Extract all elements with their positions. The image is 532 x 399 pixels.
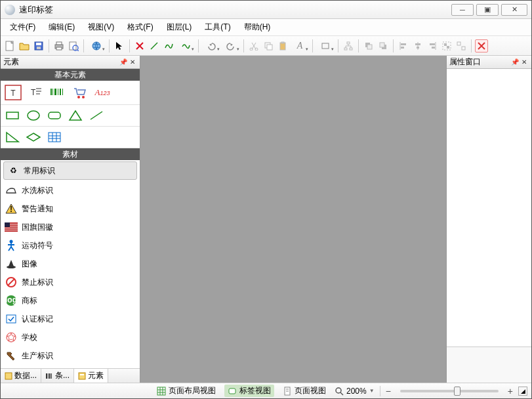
tab-elements[interactable]: 元素	[74, 369, 108, 383]
svg-rect-80	[48, 373, 49, 379]
roundrect-shape[interactable]	[45, 108, 64, 123]
menu-layer[interactable]: 图层(L)	[160, 20, 199, 35]
globe-button[interactable]	[87, 39, 106, 52]
cart-tool[interactable]	[70, 83, 90, 102]
table-shape[interactable]	[45, 129, 64, 145]
layout-view-button[interactable]: 页面布局视图	[153, 385, 219, 397]
text-box-tool[interactable]: T	[3, 83, 23, 102]
materials-list: ♻常用标识 水洗标识 !警告通知 国旗国徽 运动符号 图像 禁止标识 log商标…	[1, 160, 140, 368]
maximize-button[interactable]: ▣	[476, 4, 499, 16]
align-right-button[interactable]	[426, 39, 439, 52]
zoom-dropdown-icon[interactable]: ▼	[369, 388, 375, 394]
menu-view[interactable]: 视图(V)	[81, 20, 121, 35]
shapes-grid-1	[1, 105, 140, 127]
send-back-button[interactable]	[377, 39, 390, 52]
zoom-value[interactable]: 200%	[346, 387, 367, 396]
witch-hat-icon	[5, 257, 18, 270]
redo-button[interactable]	[222, 39, 240, 52]
svg-rect-69	[5, 222, 10, 227]
svg-rect-79	[46, 373, 47, 379]
material-item-wash[interactable]: 水洗标识	[1, 181, 140, 200]
svg-rect-49	[58, 89, 58, 95]
svg-rect-81	[49, 373, 51, 379]
align-left-button[interactable]	[397, 39, 410, 52]
close-button[interactable]: ✕	[501, 4, 527, 16]
svg-rect-15	[267, 45, 272, 50]
paste-button[interactable]	[276, 39, 289, 52]
bring-front-button[interactable]	[362, 39, 375, 52]
menu-edit[interactable]: 编辑(E)	[42, 20, 81, 35]
slider-thumb[interactable]	[454, 387, 460, 396]
preview-button[interactable]	[67, 39, 80, 52]
line-tool-button[interactable]	[148, 39, 161, 52]
freehand-tool-button[interactable]	[176, 39, 195, 52]
tab-bar[interactable]: 条...	[41, 369, 74, 383]
panel-close-icon[interactable]: ✕	[520, 58, 529, 67]
ungroup-button[interactable]	[455, 39, 468, 52]
material-item-flag[interactable]: 国旗国徽	[1, 218, 140, 236]
svg-rect-90	[229, 388, 235, 394]
shapes-grid-2	[1, 127, 140, 148]
text-line-tool[interactable]: T	[26, 83, 45, 102]
save-button[interactable]	[32, 39, 45, 52]
panel-close-icon[interactable]: ✕	[128, 58, 137, 67]
align-center-button[interactable]	[411, 39, 424, 52]
pin-icon[interactable]: 📌	[510, 58, 520, 67]
properties-panel-body	[447, 69, 531, 346]
material-item-common[interactable]: ♻常用标识	[3, 161, 137, 180]
canvas-area[interactable]	[140, 56, 446, 383]
material-item-warn[interactable]: !警告通知	[1, 200, 140, 218]
copy-button[interactable]	[262, 39, 275, 52]
barcode-tool[interactable]	[48, 83, 68, 102]
svg-rect-82	[51, 373, 52, 379]
menu-format[interactable]: 格式(F)	[121, 20, 159, 35]
material-item-brand[interactable]: log商标	[1, 291, 140, 310]
material-item-school[interactable]: 学校	[1, 328, 140, 346]
menu-help[interactable]: 帮助(H)	[237, 20, 277, 35]
material-item-forbid[interactable]: 禁止标识	[1, 273, 140, 291]
svg-text:log: log	[5, 295, 17, 304]
svg-rect-68	[5, 230, 18, 230]
zoom-out-button[interactable]: −	[386, 386, 391, 396]
exit-button[interactable]	[475, 39, 488, 52]
menu-file[interactable]: 文件(F)	[3, 20, 42, 35]
material-item-image[interactable]: 图像	[1, 255, 140, 273]
pointer-button[interactable]	[113, 39, 126, 52]
statusbar-expand-button[interactable]: ◢	[518, 387, 527, 396]
zoom-slider[interactable]	[400, 390, 499, 392]
rect-tool-button[interactable]	[316, 39, 335, 52]
menu-tool[interactable]: 工具(T)	[198, 20, 237, 35]
ellipse-shape[interactable]	[24, 108, 43, 123]
properties-panel: 属性窗口 📌 ✕	[446, 56, 531, 383]
new-button[interactable]	[3, 39, 16, 52]
material-item-sport[interactable]: 运动符号	[1, 236, 140, 255]
open-button[interactable]	[18, 39, 31, 52]
svg-rect-21	[350, 48, 352, 50]
right-triangle-shape[interactable]	[3, 129, 22, 145]
pin-icon[interactable]: 📌	[119, 58, 128, 67]
material-item-prod[interactable]: 生产标识	[1, 346, 140, 365]
svg-rect-38	[457, 42, 460, 45]
group-button[interactable]	[440, 39, 453, 52]
triangle-shape[interactable]	[66, 108, 85, 123]
minimize-button[interactable]: ─	[451, 4, 474, 16]
menubar: 文件(F) 编辑(E) 视图(V) 格式(F) 图层(L) 工具(T) 帮助(H…	[1, 19, 531, 36]
line-shape[interactable]	[87, 108, 106, 123]
svg-line-73	[8, 279, 14, 285]
undo-button[interactable]	[202, 39, 220, 52]
tab-data[interactable]: 数据...	[1, 369, 41, 383]
rect-shape[interactable]	[3, 108, 22, 123]
print-button[interactable]	[52, 39, 66, 52]
zoom-in-button[interactable]: +	[508, 386, 513, 396]
curve-tool-button[interactable]	[162, 39, 175, 52]
diamond-shape[interactable]	[24, 129, 43, 145]
delete-button[interactable]	[133, 39, 146, 52]
label-view-button[interactable]: 标签视图	[224, 385, 274, 397]
material-item-cert[interactable]: 认证标记	[1, 310, 140, 328]
page-view-button[interactable]: 页面视图	[279, 385, 329, 397]
label-text-tool[interactable]: A123	[92, 83, 112, 102]
font-button[interactable]: A	[291, 39, 309, 52]
hierarchy-button[interactable]	[342, 39, 355, 52]
cut-button[interactable]	[247, 39, 260, 52]
svg-point-10	[92, 42, 100, 50]
